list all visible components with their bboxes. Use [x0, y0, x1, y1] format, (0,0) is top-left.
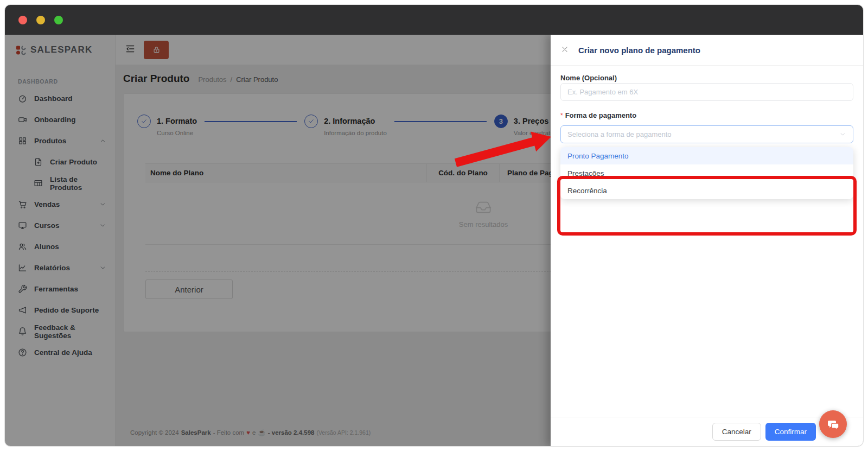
app-window: SALESPARK DASHBOARD Dashboard Onboarding…	[5, 5, 863, 446]
confirm-button[interactable]: Confirmar	[765, 423, 816, 441]
close-icon	[561, 46, 569, 53]
create-payment-plan-drawer: Criar novo plano de pagamento Nome (Opci…	[551, 35, 863, 446]
chat-fab-button[interactable]	[819, 410, 847, 438]
window-titlebar	[5, 5, 863, 35]
drawer-footer: Cancelar Confirmar	[551, 417, 863, 446]
payment-field-label-text: Forma de pagamento	[565, 112, 636, 119]
drawer-close-button[interactable]	[559, 45, 570, 55]
drawer-body: Nome (Opcional) * Forma de pagamento Sel…	[551, 66, 863, 417]
option-pronto-pagamento[interactable]: Pronto Pagamento	[560, 147, 853, 164]
drawer-header: Criar novo plano de pagamento	[551, 35, 863, 66]
name-field-label: Nome (Opcional)	[560, 74, 853, 82]
app-body: SALESPARK DASHBOARD Dashboard Onboarding…	[5, 35, 863, 446]
required-mark: *	[560, 112, 563, 119]
drawer-title: Criar novo plano de pagamento	[578, 46, 700, 55]
name-input[interactable]	[560, 83, 853, 101]
window-close-button[interactable]	[18, 16, 27, 24]
window-minimize-button[interactable]	[36, 16, 45, 24]
option-prestacoes[interactable]: Prestações	[560, 164, 853, 182]
window-zoom-button[interactable]	[54, 16, 63, 24]
chat-icon	[826, 417, 840, 431]
payment-method-dropdown: Pronto Pagamento Prestações Recorrência	[560, 147, 853, 199]
chevron-down-icon	[839, 131, 846, 138]
select-placeholder: Seleciona a forma de pagamento	[567, 130, 839, 138]
payment-method-select[interactable]: Seleciona a forma de pagamento	[560, 125, 853, 143]
cancel-button[interactable]: Cancelar	[712, 423, 761, 441]
option-recorrencia[interactable]: Recorrência	[560, 182, 853, 199]
payment-field-label: * Forma de pagamento	[560, 112, 853, 119]
